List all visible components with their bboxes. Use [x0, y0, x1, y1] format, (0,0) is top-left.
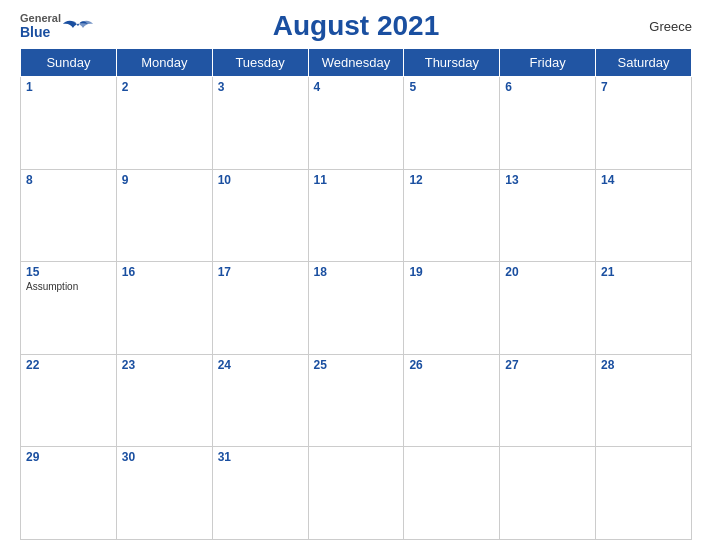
- calendar-week-row: 1234567: [21, 77, 692, 170]
- weekday-header-row: SundayMondayTuesdayWednesdayThursdayFrid…: [21, 49, 692, 77]
- calendar-week-row: 15Assumption161718192021: [21, 262, 692, 355]
- calendar-day-cell: 25: [308, 354, 404, 447]
- weekday-header-friday: Friday: [500, 49, 596, 77]
- calendar-day-cell: 27: [500, 354, 596, 447]
- calendar-day-cell: 19: [404, 262, 500, 355]
- day-number: 27: [505, 358, 590, 372]
- day-number: 7: [601, 80, 686, 94]
- empty-cell: [404, 447, 500, 540]
- day-number: 31: [218, 450, 303, 464]
- country-label: Greece: [649, 19, 692, 34]
- calendar-day-cell: 21: [596, 262, 692, 355]
- weekday-header-monday: Monday: [116, 49, 212, 77]
- day-number: 6: [505, 80, 590, 94]
- calendar-day-cell: 26: [404, 354, 500, 447]
- calendar-day-cell: 8: [21, 169, 117, 262]
- weekday-header-saturday: Saturday: [596, 49, 692, 77]
- empty-cell: [500, 447, 596, 540]
- day-number: 13: [505, 173, 590, 187]
- calendar-day-cell: 29: [21, 447, 117, 540]
- calendar-day-cell: 30: [116, 447, 212, 540]
- calendar-week-row: 22232425262728: [21, 354, 692, 447]
- calendar-day-cell: 31: [212, 447, 308, 540]
- day-number: 15: [26, 265, 111, 279]
- day-number: 30: [122, 450, 207, 464]
- calendar-day-cell: 11: [308, 169, 404, 262]
- day-number: 17: [218, 265, 303, 279]
- logo-blue: Blue: [20, 24, 61, 40]
- day-number: 10: [218, 173, 303, 187]
- calendar-day-cell: 9: [116, 169, 212, 262]
- day-number: 23: [122, 358, 207, 372]
- day-number: 5: [409, 80, 494, 94]
- calendar-day-cell: 12: [404, 169, 500, 262]
- day-number: 3: [218, 80, 303, 94]
- calendar-table: SundayMondayTuesdayWednesdayThursdayFrid…: [20, 48, 692, 540]
- day-number: 9: [122, 173, 207, 187]
- day-number: 12: [409, 173, 494, 187]
- day-number: 28: [601, 358, 686, 372]
- day-number: 29: [26, 450, 111, 464]
- weekday-header-sunday: Sunday: [21, 49, 117, 77]
- calendar-day-cell: 2: [116, 77, 212, 170]
- calendar-day-cell: 10: [212, 169, 308, 262]
- day-number: 24: [218, 358, 303, 372]
- empty-cell: [596, 447, 692, 540]
- calendar-day-cell: 14: [596, 169, 692, 262]
- day-number: 22: [26, 358, 111, 372]
- calendar-day-cell: 3: [212, 77, 308, 170]
- day-number: 8: [26, 173, 111, 187]
- weekday-header-thursday: Thursday: [404, 49, 500, 77]
- day-number: 16: [122, 265, 207, 279]
- calendar-day-cell: 28: [596, 354, 692, 447]
- month-title: August 2021: [273, 10, 440, 42]
- day-number: 19: [409, 265, 494, 279]
- calendar-day-cell: 5: [404, 77, 500, 170]
- calendar-day-cell: 1: [21, 77, 117, 170]
- calendar-day-cell: 17: [212, 262, 308, 355]
- weekday-header-tuesday: Tuesday: [212, 49, 308, 77]
- empty-cell: [308, 447, 404, 540]
- calendar-day-cell: 6: [500, 77, 596, 170]
- event-label: Assumption: [26, 281, 111, 292]
- day-number: 14: [601, 173, 686, 187]
- day-number: 4: [314, 80, 399, 94]
- day-number: 2: [122, 80, 207, 94]
- calendar-day-cell: 4: [308, 77, 404, 170]
- day-number: 20: [505, 265, 590, 279]
- calendar-header: General Blue August 2021 Greece: [20, 10, 692, 42]
- calendar-day-cell: 22: [21, 354, 117, 447]
- logo: General Blue: [20, 12, 93, 40]
- day-number: 26: [409, 358, 494, 372]
- weekday-header-wednesday: Wednesday: [308, 49, 404, 77]
- calendar-day-cell: 18: [308, 262, 404, 355]
- calendar-day-cell: 15Assumption: [21, 262, 117, 355]
- calendar-day-cell: 7: [596, 77, 692, 170]
- calendar-day-cell: 23: [116, 354, 212, 447]
- logo-bird-icon: [63, 16, 93, 36]
- calendar-week-row: 293031: [21, 447, 692, 540]
- day-number: 25: [314, 358, 399, 372]
- day-number: 18: [314, 265, 399, 279]
- calendar-day-cell: 20: [500, 262, 596, 355]
- calendar-week-row: 891011121314: [21, 169, 692, 262]
- calendar-day-cell: 16: [116, 262, 212, 355]
- logo-general: General: [20, 12, 61, 24]
- calendar-day-cell: 13: [500, 169, 596, 262]
- day-number: 21: [601, 265, 686, 279]
- calendar-day-cell: 24: [212, 354, 308, 447]
- day-number: 1: [26, 80, 111, 94]
- day-number: 11: [314, 173, 399, 187]
